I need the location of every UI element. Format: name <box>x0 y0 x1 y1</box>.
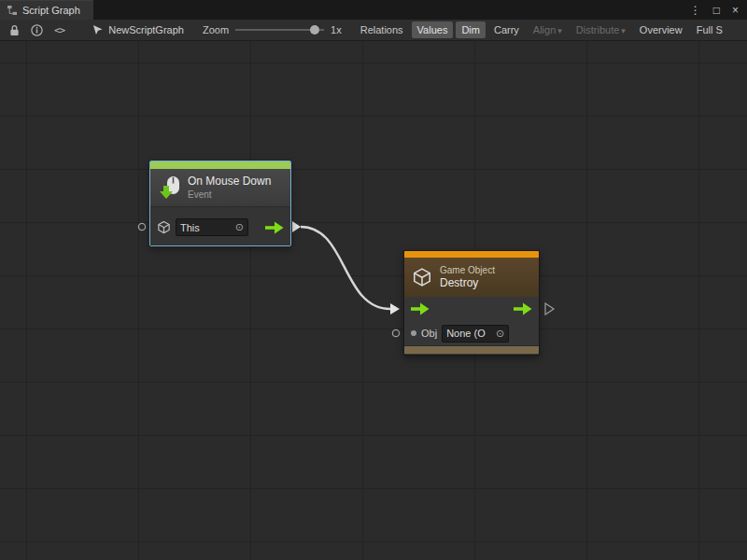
gameobject-cube-icon <box>412 267 432 287</box>
distribute-label: Distribute <box>576 24 619 35</box>
node-title: On Mouse Down <box>188 175 271 188</box>
control-input-arrow-icon[interactable] <box>411 302 430 315</box>
mouse-down-icon <box>158 175 182 200</box>
lock-icon-glyph <box>9 24 20 36</box>
graph-wires-layer <box>0 41 747 560</box>
code-icon[interactable]: <> <box>49 24 70 36</box>
destroy-node-footer-strip <box>404 345 539 354</box>
chevron-down-icon: ▾ <box>621 26 626 35</box>
window-menu-icon[interactable]: ⋮ <box>690 5 701 16</box>
relations-button[interactable]: Relations <box>355 21 409 38</box>
fullscreen-button[interactable]: Full S <box>691 21 728 38</box>
zoom-slider-handle[interactable] <box>310 25 319 35</box>
event-node-header[interactable]: On Mouse Down Event <box>150 169 290 206</box>
event-node-titles: On Mouse Down Event <box>188 175 271 200</box>
param-label: Obj <box>421 328 437 339</box>
tab-title: Script Graph <box>22 5 80 16</box>
graph-breadcrumb[interactable]: NewScriptGraph <box>92 24 184 35</box>
align-dropdown[interactable]: Align▾ <box>528 21 568 38</box>
object-picker-icon[interactable]: ⊙ <box>496 328 504 340</box>
connection-source-arrow[interactable] <box>292 221 301 232</box>
graph-toolbar: <> NewScriptGraph Zoom 1x Relations Valu… <box>0 20 747 41</box>
zoom-control: Zoom 1x <box>203 24 347 35</box>
destroy-node-header[interactable]: Game Object Destroy <box>404 258 539 297</box>
target-object-field[interactable]: This ⊙ <box>176 218 248 236</box>
zoom-value: 1x <box>331 24 342 35</box>
close-icon[interactable]: × <box>732 5 739 16</box>
lock-icon[interactable] <box>4 20 25 40</box>
carry-button[interactable]: Carry <box>488 21 525 38</box>
toolbar-buttons: Relations Values Dim Carry Align▾ Distri… <box>355 21 728 38</box>
object-picker-icon[interactable]: ⊙ <box>235 221 244 233</box>
node-category: Game Object <box>440 265 495 276</box>
distribute-dropdown[interactable]: Distribute▾ <box>571 21 631 38</box>
zoom-label: Zoom <box>203 24 229 35</box>
zoom-slider[interactable] <box>235 29 324 31</box>
graph-name: NewScriptGraph <box>108 24 184 35</box>
info-icon[interactable] <box>25 20 49 40</box>
gameobject-cube-icon <box>157 220 171 234</box>
value-port-dot[interactable] <box>411 330 416 336</box>
event-node-on-mouse-down[interactable]: On Mouse Down Event This ⊙ <box>149 161 291 246</box>
control-output-arrow-icon[interactable] <box>265 221 284 234</box>
event-node-port-row: This ⊙ <box>150 206 290 246</box>
node-title: Destroy <box>440 276 495 289</box>
destroy-node-exit-port[interactable] <box>545 303 554 315</box>
unity-script-graph-window: Script Graph ⋮ □ × <> <box>0 0 747 560</box>
dim-button[interactable]: Dim <box>456 21 486 38</box>
values-button[interactable]: Values <box>412 21 454 38</box>
target-object-value: This <box>180 222 200 233</box>
maximize-icon[interactable]: □ <box>713 5 720 16</box>
destroy-node-flow-row <box>404 297 539 321</box>
overview-button[interactable]: Overview <box>634 21 688 38</box>
destroy-node-titles: Game Object Destroy <box>440 265 495 289</box>
obj-object-value: None (O <box>446 328 486 339</box>
destroy-node-accent-strip <box>404 251 539 258</box>
graph-asset-icon <box>92 24 104 35</box>
chevron-down-icon: ▾ <box>557 26 562 35</box>
graph-canvas[interactable]: On Mouse Down Event This ⊙ <box>0 41 747 560</box>
titlebar-empty-area <box>93 0 690 20</box>
connection-end-arrow[interactable] <box>390 303 400 315</box>
tab-script-graph[interactable]: Script Graph <box>0 0 93 20</box>
event-node-target-port[interactable] <box>138 223 145 230</box>
node-subtitle: Event <box>188 189 271 201</box>
window-titlebar: Script Graph ⋮ □ × <box>0 0 747 20</box>
control-output-arrow-icon[interactable] <box>514 302 532 315</box>
obj-object-field[interactable]: None (O ⊙ <box>442 325 509 343</box>
destroy-node-param-row: Obj None (O ⊙ <box>404 321 539 345</box>
destroy-node-obj-port[interactable] <box>392 329 399 336</box>
destroy-node[interactable]: Game Object Destroy Obj None (O <box>403 250 540 356</box>
control-connection-wire[interactable] <box>301 227 390 309</box>
event-node-accent-strip <box>150 161 290 169</box>
window-controls: ⋮ □ × <box>690 0 747 20</box>
info-icon-glyph <box>31 24 43 36</box>
script-graph-icon <box>7 5 18 16</box>
align-label: Align <box>533 24 556 35</box>
